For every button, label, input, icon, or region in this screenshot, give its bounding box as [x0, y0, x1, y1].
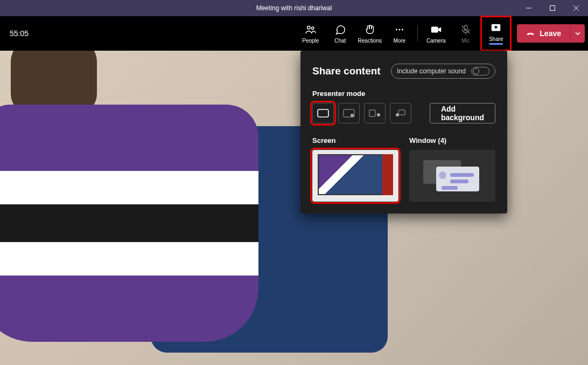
- toggle-switch-icon: [471, 67, 489, 75]
- presenter-mode-content-only[interactable]: [312, 103, 334, 123]
- close-button[interactable]: [564, 0, 588, 16]
- presenter-mode-side-by-side[interactable]: [364, 103, 386, 123]
- svg-point-20: [396, 113, 399, 116]
- svg-point-16: [351, 114, 354, 117]
- minimize-button[interactable]: [517, 0, 541, 16]
- window-section-label: Window (4): [409, 136, 495, 144]
- leave-button[interactable]: Leave: [517, 24, 570, 43]
- reactions-button[interactable]: Reactions: [355, 18, 384, 49]
- share-panel-title: Share content: [312, 65, 381, 77]
- reactions-icon: [364, 24, 376, 36]
- hangup-icon: [526, 28, 535, 39]
- presenter-mode-label: Presenter mode: [312, 89, 495, 98]
- toolbar-divider: [417, 25, 418, 42]
- presenter-mode-standout[interactable]: [338, 103, 360, 123]
- more-button[interactable]: More: [384, 18, 414, 49]
- share-button-highlight: Share: [480, 16, 512, 51]
- chat-button[interactable]: Chat: [325, 18, 355, 49]
- people-icon: [305, 24, 317, 36]
- window-title: Meeting with rishi dhariwal: [256, 4, 332, 12]
- add-background-label: Add background: [441, 105, 484, 122]
- svg-point-23: [439, 171, 446, 179]
- svg-rect-17: [369, 110, 375, 116]
- svg-point-6: [396, 29, 397, 30]
- share-screen-thumbnail[interactable]: [312, 150, 398, 202]
- svg-point-8: [402, 29, 403, 30]
- svg-rect-19: [398, 110, 405, 115]
- maximize-button[interactable]: [541, 0, 564, 16]
- chat-label: Chat: [334, 38, 346, 44]
- mic-muted-icon: [460, 24, 472, 36]
- svg-rect-24: [450, 173, 474, 177]
- svg-point-7: [398, 29, 400, 30]
- svg-point-5: [311, 27, 313, 29]
- svg-rect-26: [442, 186, 458, 190]
- screen-preview-icon: [318, 154, 393, 195]
- window-stack-icon: [420, 157, 485, 195]
- more-label: More: [393, 38, 405, 44]
- svg-rect-1: [550, 6, 555, 11]
- meeting-timer: 55:05: [10, 29, 29, 38]
- share-label: Share: [489, 36, 503, 42]
- svg-rect-9: [431, 26, 438, 32]
- svg-rect-14: [318, 109, 328, 117]
- camera-label: Camera: [426, 38, 446, 44]
- share-active-indicator: [489, 43, 503, 45]
- add-background-button[interactable]: Add background: [430, 103, 495, 123]
- people-button[interactable]: People: [296, 18, 325, 49]
- svg-point-4: [307, 26, 310, 29]
- include-sound-label: Include computer sound: [397, 67, 466, 75]
- share-content-panel: Share content Include computer sound Pre…: [300, 51, 507, 214]
- include-sound-toggle[interactable]: Include computer sound: [391, 64, 495, 79]
- mic-label: Mic: [461, 38, 470, 44]
- svg-point-18: [377, 113, 380, 116]
- mic-button[interactable]: Mic: [451, 18, 480, 49]
- people-label: People: [302, 38, 319, 44]
- screen-section-label: Screen: [312, 136, 398, 144]
- participant-video: [0, 51, 269, 365]
- meeting-toolbar: 55:05 People Chat Reactions More: [0, 16, 588, 51]
- presenter-mode-reporter[interactable]: [390, 103, 411, 123]
- camera-button[interactable]: Camera: [421, 18, 451, 49]
- share-icon: [490, 22, 502, 34]
- svg-rect-25: [450, 180, 468, 183]
- leave-dropdown[interactable]: [570, 24, 585, 43]
- camera-icon: [430, 24, 442, 36]
- leave-label: Leave: [540, 29, 561, 38]
- share-window-thumbnail[interactable]: [409, 150, 495, 202]
- title-bar: Meeting with rishi dhariwal: [0, 0, 588, 16]
- reactions-label: Reactions: [358, 38, 382, 44]
- share-button[interactable]: Share: [483, 18, 509, 49]
- more-icon: [394, 24, 405, 36]
- chat-icon: [334, 24, 346, 36]
